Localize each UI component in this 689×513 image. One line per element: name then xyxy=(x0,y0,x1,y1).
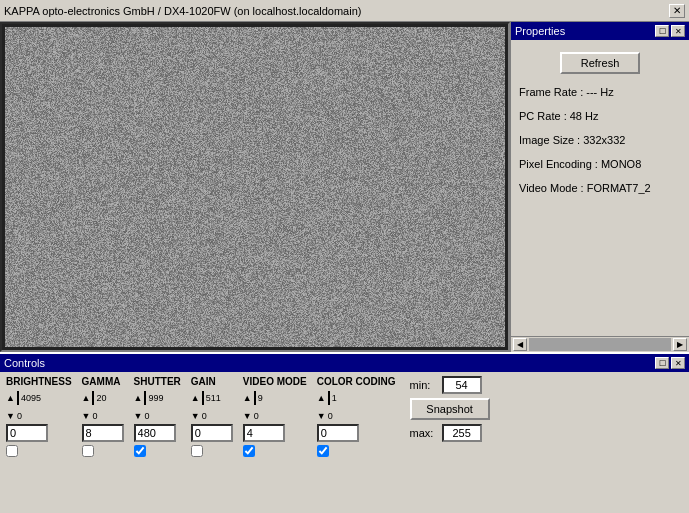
shutter-slider-line xyxy=(144,391,146,405)
shutter-label: SHUTTER xyxy=(134,376,181,387)
video-mode-input[interactable] xyxy=(243,424,285,442)
gamma-down-arrow[interactable]: ▼ xyxy=(82,411,91,421)
shutter-up-arrow[interactable]: ▲ xyxy=(134,393,143,403)
image-size: Image Size : 332x332 xyxy=(519,130,681,150)
gain-input[interactable] xyxy=(191,424,233,442)
brightness-label: BRIGHTNESS xyxy=(6,376,72,387)
scroll-left-arrow[interactable]: ◀ xyxy=(513,338,527,351)
shutter-checkbox[interactable] xyxy=(134,445,146,457)
min-input[interactable] xyxy=(442,376,482,394)
color-coding-up-arrow[interactable]: ▲ xyxy=(317,393,326,403)
properties-title: Properties xyxy=(515,25,565,37)
video-mode-slider-line xyxy=(254,391,256,405)
gamma-min: 0 xyxy=(92,411,97,421)
video-mode-up-arrow[interactable]: ▲ xyxy=(243,393,252,403)
brightness-up-arrow[interactable]: ▲ xyxy=(6,393,15,403)
close-button[interactable]: ✕ xyxy=(669,4,685,18)
controls-close-button[interactable]: ✕ xyxy=(671,357,685,369)
video-mode-down-arrow[interactable]: ▼ xyxy=(243,411,252,421)
properties-close-button[interactable]: ✕ xyxy=(671,25,685,37)
controls-title-icons: ☐ ✕ xyxy=(655,357,685,369)
gamma-checkbox[interactable] xyxy=(82,445,94,457)
gain-zero-row: ▼ 0 xyxy=(191,409,207,423)
controls-title: Controls xyxy=(4,357,45,369)
max-input[interactable] xyxy=(442,424,482,442)
max-row: max: xyxy=(410,424,482,442)
color-coding-label: COLOR CODING xyxy=(317,376,396,387)
window-title: KAPPA opto-electronics GmbH / DX4-1020FW… xyxy=(4,5,361,17)
brightness-vals: 4095 xyxy=(21,391,41,405)
gain-down-arrow[interactable]: ▼ xyxy=(191,411,200,421)
shutter-down-arrow[interactable]: ▼ xyxy=(134,411,143,421)
refresh-button[interactable]: Refresh xyxy=(560,52,640,74)
gamma-slider-row: ▲ 20 xyxy=(82,388,107,408)
pixel-encoding: Pixel Encoding : MONO8 xyxy=(519,154,681,174)
min-row: min: xyxy=(410,376,482,394)
gain-up-arrow[interactable]: ▲ xyxy=(191,393,200,403)
gain-slider-line xyxy=(202,391,204,405)
gain-slider-row: ▲ 511 xyxy=(191,388,221,408)
gamma-up-arrow[interactable]: ▲ xyxy=(82,393,91,403)
gamma-max: 20 xyxy=(96,393,106,403)
controls-title-bar: Controls ☐ ✕ xyxy=(0,354,689,372)
main-container: Properties ☐ ✕ Refresh Frame Rate : --- … xyxy=(0,22,689,352)
properties-scrollbar[interactable]: ◀ ▶ xyxy=(511,336,689,352)
shutter-max: 999 xyxy=(148,393,163,403)
brightness-zero-row: ▼ 0 xyxy=(6,409,22,423)
controls-panel: Controls ☐ ✕ BRIGHTNESS ▲ 4095 ▼ 0 xyxy=(0,352,689,513)
gamma-input[interactable] xyxy=(82,424,124,442)
gamma-zero-row: ▼ 0 xyxy=(82,409,98,423)
video-mode-prop: Video Mode : FORMAT7_2 xyxy=(519,178,681,198)
brightness-min: 0 xyxy=(17,411,22,421)
max-label: max: xyxy=(410,427,438,439)
frame-rate: Frame Rate : --- Hz xyxy=(519,82,681,102)
color-coding-slider-line xyxy=(328,391,330,405)
gain-min: 0 xyxy=(202,411,207,421)
video-mode-zero-row: ▼ 0 xyxy=(243,409,259,423)
color-coding-min: 0 xyxy=(328,411,333,421)
pc-rate: PC Rate : 48 Hz xyxy=(519,106,681,126)
gamma-group: GAMMA ▲ 20 ▼ 0 xyxy=(82,376,124,457)
video-mode-group: VIDEO MODE ▲ 9 ▼ 0 xyxy=(243,376,307,457)
title-bar: KAPPA opto-electronics GmbH / DX4-1020FW… xyxy=(0,0,689,22)
gamma-slider-line xyxy=(92,391,94,405)
brightness-group: BRIGHTNESS ▲ 4095 ▼ 0 xyxy=(6,376,72,457)
brightness-slider-row: ▲ 4095 xyxy=(6,388,41,408)
gamma-label: GAMMA xyxy=(82,376,121,387)
shutter-min: 0 xyxy=(144,411,149,421)
color-coding-zero-row: ▼ 0 xyxy=(317,409,333,423)
video-mode-slider-row: ▲ 9 xyxy=(243,388,263,408)
controls-restore-button[interactable]: ☐ xyxy=(655,357,669,369)
camera-feed xyxy=(0,22,510,352)
brightness-max: 4095 xyxy=(21,393,41,403)
color-coding-checkbox[interactable] xyxy=(317,445,329,457)
brightness-down-arrow[interactable]: ▼ xyxy=(6,411,15,421)
video-mode-min: 0 xyxy=(254,411,259,421)
video-mode-label: VIDEO MODE xyxy=(243,376,307,387)
gain-checkbox[interactable] xyxy=(191,445,203,457)
color-coding-input[interactable] xyxy=(317,424,359,442)
properties-title-icons: ☐ ✕ xyxy=(655,25,685,37)
shutter-input[interactable] xyxy=(134,424,176,442)
color-coding-slider-row: ▲ 1 xyxy=(317,388,337,408)
min-label: min: xyxy=(410,379,438,391)
shutter-zero-row: ▼ 0 xyxy=(134,409,150,423)
snapshot-button[interactable]: Snapshot xyxy=(410,398,490,420)
properties-panel: Properties ☐ ✕ Refresh Frame Rate : --- … xyxy=(510,22,689,352)
color-coding-down-arrow[interactable]: ▼ xyxy=(317,411,326,421)
scroll-right-arrow[interactable]: ▶ xyxy=(673,338,687,351)
gain-label: GAIN xyxy=(191,376,216,387)
properties-restore-button[interactable]: ☐ xyxy=(655,25,669,37)
camera-canvas xyxy=(2,24,508,350)
right-controls: min: Snapshot max: xyxy=(410,376,490,442)
shutter-slider-row: ▲ 999 xyxy=(134,388,164,408)
brightness-input[interactable] xyxy=(6,424,48,442)
gain-group: GAIN ▲ 511 ▼ 0 xyxy=(191,376,233,457)
properties-title-bar: Properties ☐ ✕ xyxy=(511,22,689,40)
video-mode-checkbox[interactable] xyxy=(243,445,255,457)
video-mode-max: 9 xyxy=(258,393,263,403)
gain-max: 511 xyxy=(206,393,221,403)
shutter-group: SHUTTER ▲ 999 ▼ 0 xyxy=(134,376,181,457)
scroll-track[interactable] xyxy=(529,338,671,351)
brightness-checkbox[interactable] xyxy=(6,445,18,457)
